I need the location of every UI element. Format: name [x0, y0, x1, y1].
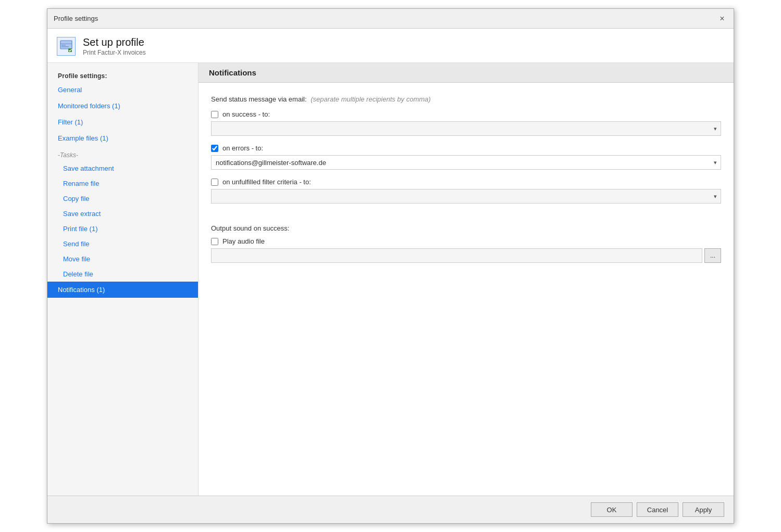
- on-errors-select[interactable]: notifications@gillmeister-software.de: [211, 155, 721, 170]
- on-success-checkbox[interactable]: [211, 111, 218, 118]
- sidebar-item-filter[interactable]: Filter (1): [47, 114, 198, 130]
- play-audio-label[interactable]: Play audio file: [222, 237, 265, 245]
- on-success-label[interactable]: on success - to:: [222, 110, 270, 118]
- on-unfulfilled-label[interactable]: on unfulfilled filter criteria - to:: [222, 178, 311, 186]
- svg-rect-1: [60, 43, 72, 44]
- body-area: Profile settings: General Monitored fold…: [47, 63, 734, 496]
- content-body: Send status message via email: (separate…: [199, 83, 734, 275]
- apply-button[interactable]: Apply: [683, 502, 724, 517]
- on-unfulfilled-dropdown-wrapper: ▾: [211, 189, 721, 204]
- separator: [211, 212, 721, 218]
- on-errors-dropdown-wrapper: notifications@gillmeister-software.de ▾: [211, 155, 721, 170]
- dialog-title: Profile settings: [54, 15, 98, 22]
- on-unfulfilled-select[interactable]: [211, 189, 721, 204]
- sidebar: Profile settings: General Monitored fold…: [47, 63, 199, 496]
- header-subtitle: Print Factur-X invoices: [83, 49, 146, 56]
- on-errors-label[interactable]: on errors - to:: [222, 144, 263, 152]
- footer: OK Cancel Apply: [47, 496, 734, 523]
- title-bar: Profile settings ×: [47, 9, 734, 29]
- audio-file-input[interactable]: [211, 248, 702, 263]
- sidebar-item-print-file[interactable]: Print file (1): [47, 221, 198, 236]
- sidebar-item-move-file[interactable]: Move file: [47, 251, 198, 267]
- svg-rect-4: [68, 48, 72, 52]
- output-sound-label: Output sound on success:: [211, 224, 721, 232]
- profile-settings-dialog: Profile settings × Set up profile Print …: [47, 8, 734, 524]
- sidebar-item-save-extract[interactable]: Save extract: [47, 206, 198, 221]
- profile-icon: [57, 37, 76, 56]
- on-unfulfilled-checkbox[interactable]: [211, 179, 218, 186]
- sidebar-item-notifications[interactable]: Notifications (1): [47, 282, 198, 298]
- content-title: Notifications: [209, 68, 723, 77]
- sidebar-section-label: Profile settings:: [47, 68, 198, 82]
- content-header: Notifications: [199, 63, 734, 83]
- on-success-dropdown-row: ▾: [211, 121, 721, 136]
- sidebar-item-save-attachment[interactable]: Save attachment: [47, 161, 198, 176]
- ok-button[interactable]: OK: [591, 502, 633, 517]
- on-unfulfilled-dropdown-row: ▾: [211, 189, 721, 204]
- on-errors-row: on errors - to:: [211, 144, 721, 152]
- header-title: Set up profile: [83, 36, 146, 48]
- on-errors-dropdown-row: notifications@gillmeister-software.de ▾: [211, 155, 721, 170]
- sidebar-item-monitored-folders[interactable]: Monitored folders (1): [47, 98, 198, 114]
- on-success-dropdown-wrapper: ▾: [211, 121, 721, 136]
- sidebar-item-rename-file[interactable]: Rename file: [47, 176, 198, 191]
- tasks-label: -Tasks-: [47, 146, 198, 161]
- close-button[interactable]: ×: [717, 14, 727, 24]
- svg-rect-3: [61, 46, 69, 47]
- audio-file-row: ...: [211, 248, 721, 263]
- main-content: Notifications Send status message via em…: [199, 63, 734, 496]
- send-hint: (separate multiple recipients by comma): [311, 95, 430, 103]
- profile-icon-svg: [59, 40, 73, 53]
- send-status-label: Send status message via email: (separate…: [211, 95, 721, 103]
- sidebar-item-example-files[interactable]: Example files (1): [47, 130, 198, 146]
- sidebar-item-copy-file[interactable]: Copy file: [47, 191, 198, 206]
- play-audio-row: Play audio file: [211, 237, 721, 245]
- on-success-row: on success - to:: [211, 110, 721, 118]
- browse-button[interactable]: ...: [704, 248, 721, 263]
- on-unfulfilled-row: on unfulfilled filter criteria - to:: [211, 178, 721, 186]
- play-audio-checkbox[interactable]: [211, 238, 218, 245]
- header-text: Set up profile Print Factur-X invoices: [83, 36, 146, 56]
- header-area: Set up profile Print Factur-X invoices: [47, 29, 734, 63]
- on-errors-checkbox[interactable]: [211, 145, 218, 152]
- cancel-button[interactable]: Cancel: [637, 502, 678, 517]
- sidebar-item-general[interactable]: General: [47, 82, 198, 98]
- sidebar-item-send-file[interactable]: Send file: [47, 236, 198, 251]
- sidebar-item-delete-file[interactable]: Delete file: [47, 267, 198, 282]
- on-success-select[interactable]: [211, 121, 721, 136]
- svg-rect-2: [61, 45, 66, 46]
